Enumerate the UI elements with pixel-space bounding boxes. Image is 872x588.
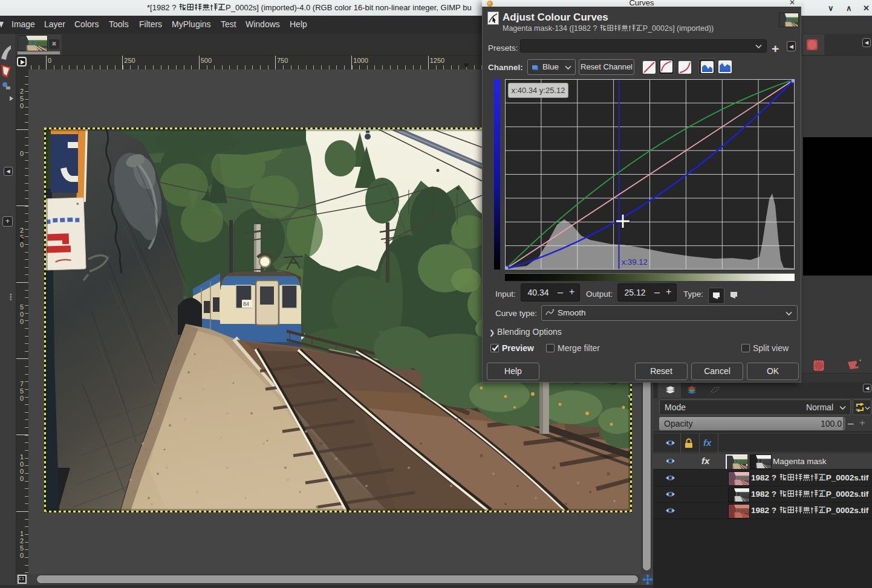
svg-text:x:39.12: x:39.12 — [622, 257, 648, 267]
